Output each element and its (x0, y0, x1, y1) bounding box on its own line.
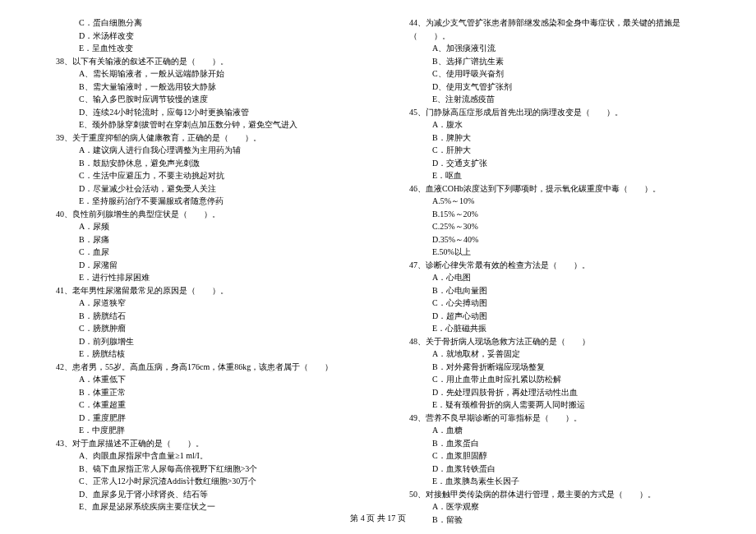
q42-option-a: A．体重低下 (49, 373, 353, 386)
q39-option-a: A．建议病人进行自我心理调整为主用药为辅 (49, 144, 353, 157)
q48-option-b: B．对外露骨折断端应现场整复 (403, 361, 707, 374)
q38-option-b: B、需大量输液时，一般选用较大静脉 (49, 81, 353, 94)
q42-option-b: B．体重正常 (49, 386, 353, 399)
q39-option-b: B．鼓励安静休息，避免声光刺激 (49, 157, 353, 170)
q42-option-e: E．中度肥胖 (49, 424, 353, 437)
q44-option-d: D、使用支气管扩张剂 (403, 81, 707, 94)
q42-option-c: C．体重超重 (49, 398, 353, 412)
q40-stem: 40、良性前列腺增生的典型症状是（ ）。 (49, 208, 353, 221)
q43-option-e: E、血尿是泌尿系统疾病主要症状之一 (49, 500, 353, 513)
q44-option-c: C、使用呼吸兴奋剂 (403, 67, 707, 81)
q47-option-d: D．超声心动图 (403, 310, 707, 323)
q40-option-c: C．血尿 (49, 246, 353, 259)
q40-option-b: B．尿痛 (49, 233, 353, 246)
q49-stem: 49、营养不良早期诊断的可靠指标是（ ）。 (403, 412, 707, 425)
q44-option-a: A、加强痰液引流 (403, 42, 707, 55)
q46-stem: 46、血液COHb浓度达到下列哪项时，提示氧化碳重度中毒（ ）。 (403, 182, 707, 196)
q41-option-d: D．前列腺增生 (49, 335, 353, 348)
q41-option-e: E．膀胱结核 (49, 348, 353, 361)
q47-option-a: A．心电图 (403, 271, 707, 284)
q48-option-e: E．疑有颈椎骨折的病人需要两人同时搬运 (403, 398, 707, 412)
q43-option-c: C、正常人12小时尿沉渣Addis计数红细胞>30万个 (49, 475, 353, 488)
q43-stem: 43、对于血尿描述不正确的是（ ）。 (49, 437, 353, 450)
page-footer: 第 4 页 共 17 页 (0, 513, 756, 524)
q38-stem: 38、以下有关输液的叙述不正确的是（ ）。 (49, 55, 353, 68)
q49-option-a: A．血糖 (403, 424, 707, 437)
q45-stem: 45、门静脉高压症形成后首先出现的病理改变是（ ）。 (403, 106, 707, 119)
q37-option-e: E．呈血性改变 (49, 42, 353, 55)
q43-option-b: B、镜下血尿指正常人尿每高倍视野下红细胞>3个 (49, 463, 353, 476)
q39-stem: 39、关于重度抑郁的病人健康教育，正确的是（ ）。 (49, 131, 353, 145)
q48-option-a: A．就地取材，妥善固定 (403, 348, 707, 361)
q39-option-e: E．坚持服药治疗不要漏服或者随意停药 (49, 195, 353, 208)
q43-option-a: A、肉眼血尿指尿中含血量≥1 ml/I。 (49, 449, 353, 463)
q37-option-c: C．蛋白细胞分离 (49, 16, 353, 30)
page-content: C．蛋白细胞分离 D．米汤样改变 E．呈血性改变 38、以下有关输液的叙述不正确… (0, 0, 756, 534)
q45-option-b: B．脾肿大 (403, 131, 707, 145)
q45-option-d: D．交通支扩张 (403, 157, 707, 170)
q50-stem: 50、对接触甲类传染病的群体进行管理，最主要的方式是（ ）。 (403, 488, 707, 501)
q46-option-c: C.25%～30% (403, 220, 707, 233)
q38-option-a: A、需长期输液者，一般从远端静脉开始 (49, 67, 353, 81)
q41-stem: 41、老年男性尿潴留最常见的原因是（ ）。 (49, 284, 353, 297)
q42-option-d: D．重度肥胖 (49, 412, 353, 425)
q40-option-d: D．尿潴留 (49, 259, 353, 272)
q40-option-a: A．尿频 (49, 220, 353, 233)
q37-option-d: D．米汤样改变 (49, 30, 353, 43)
q38-option-c: C、输入多巴胺时应调节较慢的速度 (49, 93, 353, 106)
q45-option-a: A．腹水 (403, 118, 707, 131)
q49-option-b: B．血浆蛋白 (403, 437, 707, 450)
q44-stem: 44、为减少支气管扩张患者肺部继发感染和全身中毒症状，最关键的措施是（ ）。 (403, 16, 707, 42)
right-column: 44、为减少支气管扩张患者肺部继发感染和全身中毒症状，最关键的措施是（ ）。 A… (403, 16, 707, 526)
q46-option-b: B.15%～20% (403, 208, 707, 221)
q48-stem: 48、关于骨折病人现场急救方法正确的是（ ） (403, 335, 707, 348)
q47-option-e: E．心脏磁共振 (403, 322, 707, 335)
q48-option-c: C．用止血带止血时应扎紧以防松解 (403, 373, 707, 386)
q41-option-b: B．膀胱结石 (49, 310, 353, 323)
q43-option-d: D、血尿多见于肾小球肾炎、结石等 (49, 488, 353, 501)
q38-option-d: D、连续24小时轮流时，应每12小时更换输液管 (49, 106, 353, 119)
q45-option-e: E．呕血 (403, 169, 707, 182)
q40-option-e: E．进行性排尿困难 (49, 271, 353, 284)
q41-option-c: C．膀胱肿瘤 (49, 322, 353, 335)
q42-stem: 42、患者男，55岁。高血压病，身高176cm，体重86kg，该患者属于（ ） (49, 361, 353, 374)
q49-option-e: E．血浆胰岛素生长因子 (403, 475, 707, 488)
q45-option-c: C．肝肿大 (403, 144, 707, 157)
q46-option-d: D.35%～40% (403, 233, 707, 246)
q47-option-c: C．心尖搏动图 (403, 297, 707, 310)
q44-option-e: E、注射流感疫苗 (403, 93, 707, 106)
left-column: C．蛋白细胞分离 D．米汤样改变 E．呈血性改变 38、以下有关输液的叙述不正确… (49, 16, 353, 526)
q49-option-d: D．血浆转铁蛋白 (403, 463, 707, 476)
q46-option-e: E.50%以上 (403, 246, 707, 259)
q47-stem: 47、诊断心律失常最有效的检查方法是（ ）。 (403, 259, 707, 272)
q47-option-b: B．心电向量图 (403, 284, 707, 297)
q39-option-d: D．尽量减少社会活动，避免受人关注 (49, 182, 353, 196)
q46-option-a: A.5%～10% (403, 195, 707, 208)
q38-option-e: E、颈外静脉穿刺拔管时在穿刺点加压数分钟，避免空气进入 (49, 118, 353, 131)
q48-option-d: D．先处理四肢骨折，再处理活动性出血 (403, 386, 707, 399)
q44-option-b: B、选择广谱抗生素 (403, 55, 707, 68)
q41-option-a: A．尿道狭窄 (49, 297, 353, 310)
q50-option-a: A．医学观察 (403, 500, 707, 513)
q39-option-c: C．生活中应避压力，不要主动挑起对抗 (49, 169, 353, 182)
q49-option-c: C．血浆胆固醇 (403, 449, 707, 463)
